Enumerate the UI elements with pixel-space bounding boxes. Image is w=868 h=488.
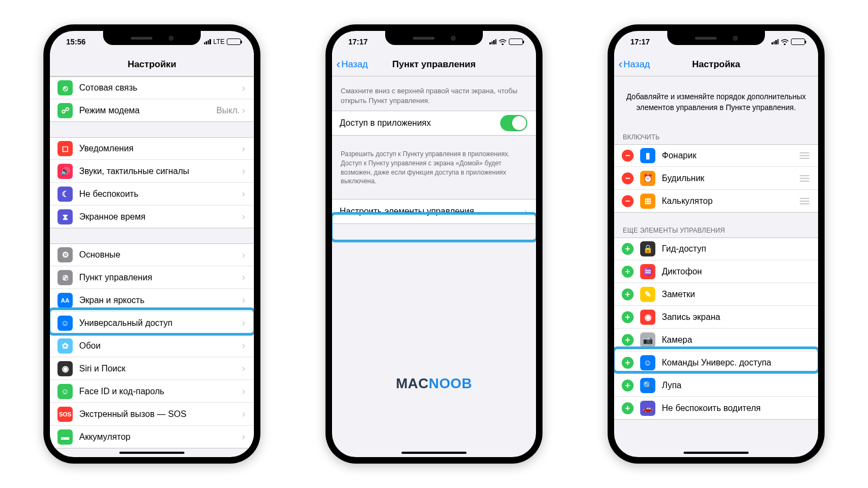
home-indicator xyxy=(684,452,749,454)
row-label: Лупа xyxy=(662,381,809,390)
signal-icon xyxy=(204,39,211,44)
row-label: Face ID и код-пароль xyxy=(79,387,242,396)
more-accessibility-shortcuts[interactable]: + ☺ Команды Универс. доступа xyxy=(614,351,818,374)
grip-icon[interactable] xyxy=(800,198,809,204)
more-screen-recording[interactable]: + ◉ Запись экрана xyxy=(614,306,818,329)
settings-control-center[interactable]: ⎚ Пункт управления › xyxy=(50,266,254,289)
chevron-right-icon: › xyxy=(242,188,245,200)
remove-icon[interactable]: − xyxy=(622,195,634,207)
chevron-right-icon: › xyxy=(242,408,245,420)
row-label: Доступ в приложениях xyxy=(340,118,500,128)
status-time: 15:56 xyxy=(63,37,95,46)
settings-wallpaper[interactable]: ✿ Обои › xyxy=(50,335,254,357)
toggle-access-in-apps[interactable]: Доступ в приложениях xyxy=(332,111,536,136)
remove-icon[interactable]: − xyxy=(622,150,634,162)
camera-icon: 📷 xyxy=(640,332,655,348)
row-detail: Выкл. xyxy=(216,106,240,115)
chevron-right-icon: › xyxy=(242,105,245,116)
phone-control-center: 17:17 ‹ Назад Пункт управления Смахните … xyxy=(326,24,542,464)
settings-battery[interactable]: ▬ Аккумулятор › xyxy=(50,426,254,448)
included-flashlight[interactable]: − ▮ Фонарик xyxy=(614,144,818,167)
row-label: Гид-доступ xyxy=(662,244,809,254)
settings-general[interactable]: ⚙ Основные › xyxy=(50,243,254,266)
settings-dnd[interactable]: ☾ Не беспокоить › xyxy=(50,183,254,206)
row-label: Не беспокоить водителя xyxy=(662,403,809,413)
wifi-icon xyxy=(499,39,507,45)
home-indicator xyxy=(119,452,184,454)
more-notes[interactable]: + ✎ Заметки xyxy=(614,283,818,306)
more-magnifier[interactable]: + 🔍 Лупа xyxy=(614,374,818,397)
chevron-right-icon: › xyxy=(242,386,245,397)
settings-screentime[interactable]: ⧗ Экранное время › xyxy=(50,206,254,228)
settings-sounds[interactable]: 🔊 Звуки, тактильные сигналы › xyxy=(50,160,254,183)
flower-icon: ✿ xyxy=(58,338,73,354)
row-label: Экранное время xyxy=(79,212,242,222)
battery-icon xyxy=(509,38,523,45)
remove-icon[interactable]: − xyxy=(622,172,634,184)
row-label: Будильник xyxy=(662,174,795,183)
add-icon[interactable]: + xyxy=(622,402,634,414)
row-label: Не беспокоить xyxy=(79,189,242,199)
settings-display[interactable]: AA Экран и яркость › xyxy=(50,289,254,312)
settings-faceid[interactable]: ☺ Face ID и код-пароль › xyxy=(50,380,254,403)
settings-sos[interactable]: SOS Экстренный вызов — SOS › xyxy=(50,403,254,426)
add-icon[interactable]: + xyxy=(622,357,634,369)
back-button[interactable]: ‹ Назад xyxy=(618,59,650,70)
back-button[interactable]: ‹ Назад xyxy=(336,59,368,70)
sos-icon: SOS xyxy=(58,407,73,422)
settings-hotspot[interactable]: ☍ Режим модема Выкл. › xyxy=(50,99,254,122)
included-calculator[interactable]: − ⊞ Калькулятор xyxy=(614,190,818,213)
status-time: 17:17 xyxy=(627,37,660,46)
accessibility-icon: ☺ xyxy=(58,316,73,331)
grip-icon[interactable] xyxy=(800,152,809,159)
row-label: Камера xyxy=(662,335,809,345)
included-alarm[interactable]: − ⏰ Будильник xyxy=(614,167,818,190)
row-label: Режим модема xyxy=(79,106,216,115)
add-icon[interactable]: + xyxy=(622,266,634,278)
add-icon[interactable]: + xyxy=(622,288,634,300)
add-icon[interactable]: + xyxy=(622,380,634,391)
settings-siri[interactable]: ◉ Siri и Поиск › xyxy=(50,357,254,380)
settings-notifications[interactable]: ◻ Уведомления › xyxy=(50,137,254,160)
car-icon: 🚗 xyxy=(640,401,655,416)
phone-settings: 15:56 LTE Настройки ⎋ Сотовая связь › ☍ … xyxy=(43,24,260,464)
network-label: LTE xyxy=(213,38,225,46)
moon-icon: ☾ xyxy=(58,187,73,202)
settings-cellular[interactable]: ⎋ Сотовая связь › xyxy=(50,76,254,99)
customize-controls[interactable]: Настроить элементы управления › xyxy=(332,199,536,224)
accessibility-icon: ☺ xyxy=(640,355,655,370)
chevron-left-icon: ‹ xyxy=(336,59,340,70)
nav-bar: ‹ Назад Настройка xyxy=(614,53,818,76)
row-label: Запись экрана xyxy=(662,312,809,322)
more-camera[interactable]: + 📷 Камера xyxy=(614,329,818,351)
row-label: Универсальный доступ xyxy=(79,318,242,328)
chevron-right-icon: › xyxy=(242,165,245,177)
battery-icon xyxy=(227,38,241,45)
wifi-icon xyxy=(781,39,789,45)
settings-accessibility[interactable]: ☺ Универсальный доступ › xyxy=(50,312,254,335)
add-icon[interactable]: + xyxy=(622,334,634,346)
nav-bar: ‹ Назад Пункт управления xyxy=(332,53,536,76)
status-time: 17:17 xyxy=(345,37,378,46)
row-label: Основные xyxy=(79,250,242,260)
add-icon[interactable]: + xyxy=(622,311,634,323)
signal-icon xyxy=(771,39,778,44)
more-voice-memos[interactable]: + ♒ Диктофон xyxy=(614,260,818,283)
more-dnd-driving[interactable]: + 🚗 Не беспокоить водителя xyxy=(614,397,818,420)
clock-icon: ⏰ xyxy=(640,171,655,186)
row-label: Фонарик xyxy=(662,151,795,160)
add-icon[interactable]: + xyxy=(622,243,634,255)
hint-access: Разрешить доступ к Пункту управления в п… xyxy=(332,145,536,189)
signal-icon xyxy=(489,39,496,44)
watermark-part-a: MAC xyxy=(396,375,429,391)
notch xyxy=(103,31,201,45)
row-label: Калькулятор xyxy=(662,196,795,206)
row-label: Команды Универс. доступа xyxy=(662,358,809,368)
grip-icon[interactable] xyxy=(800,175,809,182)
hourglass-icon: ⧗ xyxy=(58,209,73,224)
row-label: Диктофон xyxy=(662,267,809,277)
more-guided-access[interactable]: + 🔒 Гид-доступ xyxy=(614,237,818,260)
home-indicator xyxy=(401,452,467,454)
toggle-switch[interactable] xyxy=(500,115,527,131)
chevron-right-icon: › xyxy=(242,363,245,374)
